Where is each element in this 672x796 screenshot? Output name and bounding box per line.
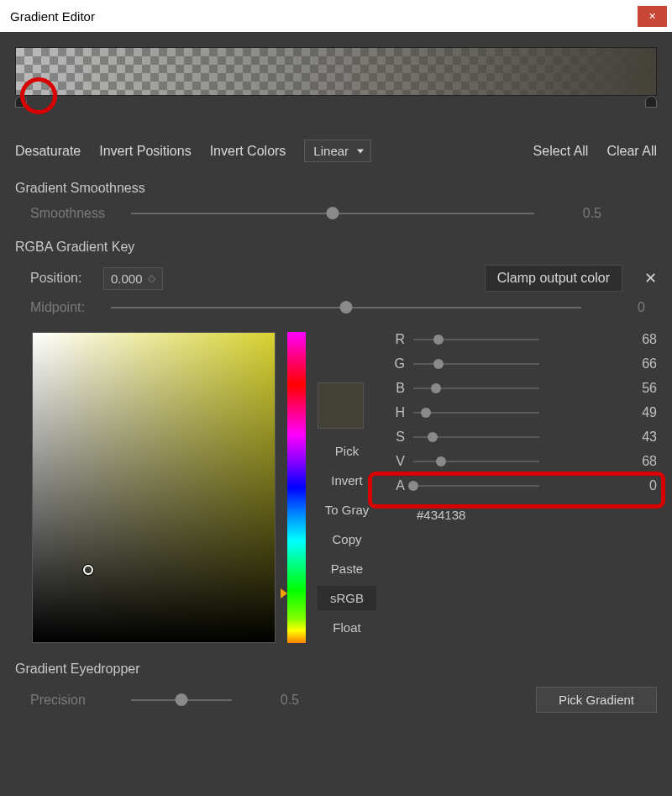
channel-v-value[interactable]: 68 — [619, 454, 657, 469]
channel-v-row: V 68 — [388, 454, 657, 469]
rgba-key-heading: RGBA Gradient Key — [15, 240, 657, 255]
select-all-button[interactable]: Select All — [533, 144, 589, 159]
channel-h-slider[interactable] — [413, 412, 539, 414]
channel-r-label: R — [388, 332, 405, 347]
close-icon: × — [648, 9, 655, 23]
channel-s-row: S 43 — [388, 430, 657, 445]
channel-g-slider[interactable] — [413, 363, 539, 365]
color-actions: Pick Invert To Gray Copy Paste sRGB Floa… — [318, 382, 376, 643]
midpoint-slider[interactable] — [111, 307, 581, 308]
clear-all-button[interactable]: Clear All — [606, 144, 657, 159]
float-button[interactable]: Float — [318, 615, 376, 640]
clamp-output-button[interactable]: Clamp output color — [485, 265, 622, 292]
channel-r-value[interactable]: 68 — [619, 332, 657, 347]
channel-b-label: B — [388, 381, 405, 396]
channel-g-value[interactable]: 66 — [619, 356, 657, 372]
channel-v-slider[interactable] — [413, 461, 539, 462]
slider-thumb[interactable] — [408, 481, 418, 491]
channel-h-row: H 49 — [388, 405, 657, 420]
to-gray-button[interactable]: To Gray — [318, 498, 376, 522]
current-color-swatch[interactable] — [318, 382, 364, 429]
position-label: Position: — [30, 271, 93, 286]
smoothness-value: 0.5 — [551, 206, 601, 221]
color-picker-section: Pick Invert To Gray Copy Paste sRGB Floa… — [32, 332, 657, 643]
slider-thumb[interactable] — [433, 335, 444, 345]
desaturate-button[interactable]: Desaturate — [15, 144, 81, 159]
channel-v-label: V — [388, 454, 405, 469]
smoothness-label: Smoothness — [30, 206, 114, 221]
paste-button[interactable]: Paste — [318, 556, 376, 581]
close-button[interactable]: × — [638, 6, 667, 27]
eyedropper-heading: Gradient Eyedropper — [15, 662, 657, 677]
channel-g-row: G 66 — [388, 356, 657, 372]
slider-thumb[interactable] — [327, 207, 339, 219]
invert-button[interactable]: Invert — [318, 468, 376, 493]
window-title: Gradient Editor — [10, 9, 95, 24]
midpoint-label: Midpoint: — [30, 300, 97, 315]
hue-marker-icon[interactable] — [281, 588, 287, 598]
smoothness-slider[interactable] — [131, 213, 534, 214]
slider-thumb[interactable] — [436, 456, 446, 467]
gradient-fill — [16, 48, 656, 95]
slider-thumb[interactable] — [428, 432, 438, 442]
slider-thumb[interactable] — [431, 383, 441, 393]
smoothness-heading: Gradient Smoothness — [15, 181, 657, 196]
smoothness-row: Smoothness 0.5 — [15, 206, 657, 221]
interpolation-dropdown[interactable]: Linear — [304, 140, 371, 162]
channel-a-value[interactable]: 0 — [619, 478, 657, 493]
gradient-stop-right[interactable] — [645, 96, 657, 108]
position-spinner[interactable]: 0.000 ◇ — [103, 267, 163, 290]
slider-thumb[interactable] — [340, 301, 353, 314]
slider-thumb[interactable] — [433, 359, 444, 369]
channel-s-label: S — [388, 430, 405, 445]
gradient-stop-track[interactable] — [15, 96, 657, 111]
channel-h-label: H — [388, 405, 405, 420]
copy-button[interactable]: Copy — [318, 527, 376, 551]
title-bar: Gradient Editor × — [0, 0, 672, 32]
channel-g-label: G — [388, 356, 405, 372]
hex-field[interactable]: #434138 — [413, 506, 469, 524]
pick-button[interactable]: Pick — [318, 439, 376, 463]
spinner-arrows-icon[interactable]: ◇ — [148, 273, 155, 283]
channel-s-value[interactable]: 43 — [619, 430, 657, 445]
delete-key-button[interactable]: ✕ — [644, 269, 657, 287]
channel-h-value[interactable]: 49 — [619, 405, 657, 420]
channel-s-slider[interactable] — [413, 436, 539, 438]
channel-b-row: B 56 — [388, 381, 657, 396]
channel-a-slider[interactable] — [413, 485, 539, 487]
pick-gradient-button[interactable]: Pick Gradient — [536, 687, 657, 713]
channel-b-slider[interactable] — [413, 387, 539, 389]
hex-row: #434138 — [388, 506, 657, 524]
gradient-stop-left[interactable] — [15, 96, 27, 108]
channel-sliders: R 68 G 66 B 56 H 49 S 43 — [388, 332, 657, 643]
color-cursor[interactable] — [83, 565, 93, 575]
precision-value: 0.5 — [249, 693, 299, 708]
channel-a-label: A — [388, 478, 405, 493]
toolbar: Desaturate Invert Positions Invert Color… — [15, 140, 657, 162]
gradient-preview[interactable] — [15, 47, 657, 96]
invert-colors-button[interactable]: Invert Colors — [210, 144, 286, 159]
precision-label: Precision — [30, 693, 114, 708]
channel-b-value[interactable]: 56 — [619, 381, 657, 396]
hue-strip[interactable] — [287, 332, 306, 643]
position-value: 0.000 — [111, 271, 143, 286]
channel-r-row: R 68 — [388, 332, 657, 347]
slider-thumb[interactable] — [176, 693, 188, 706]
slider-thumb[interactable] — [421, 408, 431, 418]
saturation-value-panel[interactable] — [32, 332, 276, 643]
invert-positions-button[interactable]: Invert Positions — [99, 144, 191, 159]
channel-a-row: A 0 — [388, 478, 657, 493]
srgb-button[interactable]: sRGB — [318, 586, 376, 610]
precision-slider[interactable] — [131, 699, 232, 701]
midpoint-value: 0 — [595, 300, 645, 315]
channel-r-slider[interactable] — [413, 339, 539, 340]
